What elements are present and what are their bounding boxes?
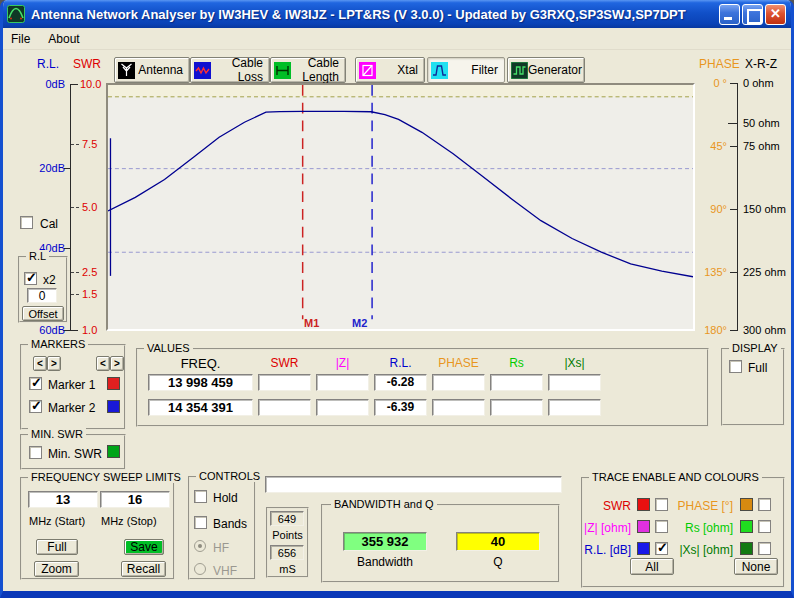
phase-tick-label: 45°	[693, 140, 727, 152]
marker1-prev-button[interactable]: <	[33, 356, 47, 371]
cable-loss-button[interactable]: Cable Loss	[190, 57, 270, 83]
marker2-prev-button[interactable]: <	[96, 356, 110, 371]
swr-tick-label: 5.0	[82, 201, 97, 213]
display-full-label: Full	[748, 361, 767, 375]
marker1-checkbox[interactable]	[29, 377, 42, 390]
right-axis-tick	[730, 272, 737, 273]
sweep-start-label: MHz (Start)	[29, 515, 85, 527]
trace-swr-checkbox[interactable]	[655, 498, 668, 511]
plot-canvas	[108, 85, 693, 329]
trace-rs-label: Rs [ohm]	[675, 521, 733, 535]
cal-checkbox[interactable]	[20, 216, 33, 229]
trace-rl-swatch[interactable]	[637, 542, 650, 555]
ohm-tick-label: 50 ohm	[743, 117, 780, 129]
trace-z-swatch[interactable]	[637, 520, 650, 533]
sweep-zoom-button[interactable]: Zoom	[34, 561, 79, 577]
swr-tick-label: 10.0	[80, 78, 101, 90]
rl-tick-label: 0dB	[33, 78, 65, 90]
marker2-next-button[interactable]: >	[110, 356, 124, 371]
min-swr-color-swatch[interactable]	[107, 445, 120, 458]
left-axis-tick	[63, 330, 78, 331]
right-axis-tick	[730, 330, 738, 331]
marker1-color-swatch[interactable]	[107, 377, 120, 390]
sweep-full-button[interactable]: Full	[36, 539, 78, 555]
offset-button[interactable]: Offset	[22, 306, 64, 321]
trace-phase-label: PHASE [°]	[675, 499, 733, 513]
antenna-button[interactable]: Antenna	[114, 57, 190, 83]
bands-checkbox[interactable]	[194, 516, 207, 529]
swr-tick-label: 7.5	[82, 138, 97, 150]
values-header-rs: Rs	[490, 356, 543, 370]
marker2-label-text: Marker 2	[48, 401, 95, 415]
marker2-color-swatch[interactable]	[107, 400, 120, 413]
vhf-label: VHF	[213, 564, 237, 578]
trace-phase-swatch[interactable]	[740, 498, 753, 511]
value-cell-freq-2: 14 354 391	[148, 399, 253, 416]
hold-checkbox[interactable]	[194, 490, 207, 503]
phase-tick-label: 90°	[693, 203, 727, 215]
marker1-next-button[interactable]: >	[47, 356, 61, 371]
sweep-save-button[interactable]: Save	[124, 539, 164, 555]
trace-rl-checkbox[interactable]	[655, 542, 668, 555]
display-full-checkbox[interactable]	[729, 360, 742, 373]
phase-tick-label: 135°	[693, 266, 727, 278]
trace-rs-checkbox[interactable]	[758, 520, 771, 533]
menu-bar: File About	[3, 28, 791, 50]
values-header-z: |Z|	[316, 356, 369, 370]
generator-button[interactable]: Generator	[507, 57, 585, 83]
antenna-icon	[118, 62, 135, 79]
trace-all-button[interactable]: All	[630, 558, 674, 575]
rl-tick-label: 60dB	[33, 324, 65, 336]
filter-icon	[431, 62, 448, 79]
left-axis-tick	[71, 144, 79, 145]
maximize-button[interactable]	[742, 4, 763, 25]
menu-about[interactable]: About	[48, 32, 79, 46]
value-cell-xs-2	[548, 399, 601, 416]
bands-label: Bands	[213, 517, 247, 531]
sweep-recall-button[interactable]: Recall	[121, 561, 166, 577]
left-axis-tick	[71, 294, 79, 295]
trace-rs-swatch[interactable]	[740, 520, 753, 533]
trace-xs-checkbox[interactable]	[758, 542, 771, 555]
text-input[interactable]	[265, 476, 562, 493]
marker2-checkbox[interactable]	[29, 400, 42, 413]
values-header-phase: PHASE	[432, 356, 485, 370]
filter-button[interactable]: Filter	[427, 57, 505, 83]
trace-xs-swatch[interactable]	[740, 542, 753, 555]
xtal-button[interactable]: Xtal	[355, 57, 425, 83]
value-cell-z-2	[316, 399, 369, 416]
hf-radio[interactable]	[194, 540, 206, 552]
vhf-radio[interactable]	[194, 563, 206, 575]
phase-tick-label: 180°	[693, 324, 727, 336]
trace-swr-label: SWR	[573, 499, 631, 513]
trace-phase-checkbox[interactable]	[758, 498, 771, 511]
right-axis-tick	[730, 83, 738, 84]
x2-label: x2	[43, 273, 56, 287]
left-axis-tick	[71, 272, 79, 273]
cal-label: Cal	[40, 217, 58, 231]
right-axis-line	[737, 83, 738, 330]
trace-none-button[interactable]: None	[734, 558, 778, 575]
offset-input[interactable]: 0	[27, 288, 57, 303]
sweep-stop-input[interactable]: 16	[100, 491, 170, 508]
phase-axis-header: PHASE	[699, 57, 740, 71]
values-header-rl: R.L.	[374, 356, 427, 370]
value-cell-swr-2	[258, 399, 311, 416]
marker2-label: M2	[352, 317, 367, 329]
plot-area[interactable]	[106, 83, 695, 331]
cable-length-button[interactable]: Cable Length	[270, 57, 346, 83]
ohm-tick-label: 225 ohm	[743, 266, 786, 278]
close-button[interactable]	[765, 4, 786, 25]
ohm-tick-label: 150 ohm	[743, 203, 786, 215]
menu-file[interactable]: File	[11, 32, 30, 46]
hold-label: Hold	[213, 491, 238, 505]
trace-swr-swatch[interactable]	[637, 498, 650, 511]
min-swr-checkbox[interactable]	[29, 446, 42, 459]
sweep-start-input[interactable]: 13	[28, 491, 98, 508]
min-swr-label: Min. SWR	[48, 447, 102, 461]
trace-z-checkbox[interactable]	[655, 520, 668, 533]
x2-checkbox[interactable]	[24, 272, 37, 285]
minimize-button[interactable]	[719, 4, 740, 25]
trace-rl-label: R.L. [dB]	[573, 543, 631, 557]
ohm-tick-label: 0 ohm	[743, 77, 774, 89]
